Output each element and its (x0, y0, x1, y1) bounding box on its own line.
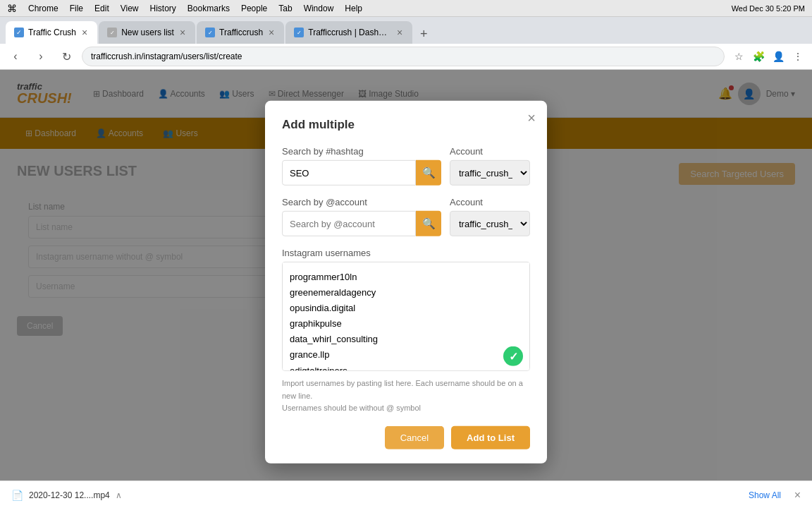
menubar-help[interactable]: Help (345, 4, 362, 13)
search-hashtag-account-label: Account (450, 146, 530, 157)
menubar: ⌘ Chrome File Edit View History Bookmark… (0, 0, 812, 17)
search-account-button[interactable]: 🔍 (416, 211, 441, 236)
menubar-bookmarks[interactable]: Bookmarks (187, 4, 230, 13)
address-input[interactable] (82, 47, 725, 66)
menubar-view[interactable]: View (121, 4, 139, 13)
usernames-wrapper: programmer10ln greenemeraldagency opusin… (282, 262, 530, 373)
tab-close-4[interactable]: × (395, 28, 404, 37)
search-account-account-label: Account (450, 197, 530, 207)
menubar-history[interactable]: History (150, 4, 176, 13)
address-bar-row: ‹ › ↻ ☆ 🧩 👤 ⋮ (0, 44, 812, 70)
tab-dashboard[interactable]: ✓ Trafficcrush | Dashboard × (285, 21, 412, 44)
bookmark-icon[interactable]: ☆ (730, 48, 747, 65)
tab-favicon-4: ✓ (294, 28, 304, 37)
add-to-list-button[interactable]: Add to List (451, 426, 530, 449)
back-button[interactable]: ‹ (6, 47, 25, 66)
modal-cancel-button[interactable]: Cancel (385, 426, 444, 449)
new-tab-button[interactable]: + (414, 24, 433, 44)
search-hashtag-button[interactable]: 🔍 (416, 160, 441, 186)
page-inner: traffic CRUSH! ⊞ Dashboard 👤 Accounts 👥 … (0, 70, 812, 508)
modal-close-button[interactable]: × (527, 111, 536, 125)
tab-favicon-1: ✓ (14, 28, 24, 37)
textarea-confirm-button[interactable]: ✓ (503, 346, 523, 366)
menubar-time: Wed Dec 30 5:20 PM (732, 4, 805, 13)
usernames-label: Instagram usernames (282, 248, 530, 258)
tab-new-users[interactable]: ✓ New users list × (99, 21, 195, 44)
menubar-tab[interactable]: Tab (278, 4, 292, 13)
forward-button[interactable]: › (31, 47, 51, 66)
menubar-window[interactable]: Window (304, 4, 334, 13)
add-multiple-modal: Add multiple × Search by #hashtag 🔍 Acco… (265, 101, 547, 464)
menubar-people[interactable]: People (241, 4, 267, 13)
menubar-edit[interactable]: Edit (94, 4, 109, 13)
usernames-textarea[interactable]: programmer10ln greenemeraldagency opusin… (282, 262, 530, 371)
tab-title-2: New users list (121, 28, 174, 37)
menu-icon[interactable]: ⋮ (789, 48, 806, 65)
browser-chrome: ✓ Traffic Crush × ✓ New users list × ✓ T… (0, 17, 812, 70)
extensions-icon[interactable]: 🧩 (750, 48, 767, 65)
download-bar-close-button[interactable]: × (794, 489, 801, 502)
reload-button[interactable]: ↻ (56, 47, 76, 66)
tab-close-1[interactable]: × (80, 28, 89, 37)
show-all-button[interactable]: Show All (749, 490, 781, 500)
tab-title-4: Trafficcrush | Dashboard (308, 28, 391, 37)
tab-favicon-2: ✓ (107, 28, 117, 37)
download-file-icon: 📄 (11, 490, 23, 501)
tab-bar: ✓ Traffic Crush × ✓ New users list × ✓ T… (0, 17, 812, 44)
modal-footer: Cancel Add to List (282, 426, 530, 449)
download-filename: 2020-12-30 12....mp4 (29, 490, 110, 500)
search-hashtag-label: Search by #hashtag (282, 146, 441, 157)
search-hashtag-account-select[interactable]: traffic_crush_12 (450, 160, 530, 186)
hint-text: Import usernames by pasting list here. E… (282, 377, 530, 415)
search-account-account-select[interactable]: traffic_crush_12 (450, 211, 530, 236)
tab-title-1: Traffic Crush (28, 28, 76, 37)
tab-title-3: Trafficcrush (219, 28, 263, 37)
menubar-file[interactable]: File (70, 4, 83, 13)
download-bar: 📄 2020-12-30 12....mp4 ∧ Show All × (0, 480, 812, 508)
search-account-label: Search by @account (282, 197, 441, 207)
modal-title: Add multiple (282, 118, 530, 132)
profile-icon[interactable]: 👤 (770, 48, 787, 65)
tab-close-3[interactable]: × (267, 28, 276, 37)
download-chevron-icon[interactable]: ∧ (116, 490, 122, 500)
menubar-chrome[interactable]: Chrome (28, 4, 59, 13)
tab-trafficcrush[interactable]: ✓ Trafficcrush × (197, 21, 284, 44)
search-hashtag-input[interactable] (282, 160, 416, 186)
tab-close-2[interactable]: × (178, 28, 187, 37)
apple-menu-icon[interactable]: ⌘ (7, 3, 17, 14)
tab-traffic-crush[interactable]: ✓ Traffic Crush × (6, 21, 97, 44)
tab-favicon-3: ✓ (205, 28, 215, 37)
search-account-input[interactable] (282, 211, 416, 236)
